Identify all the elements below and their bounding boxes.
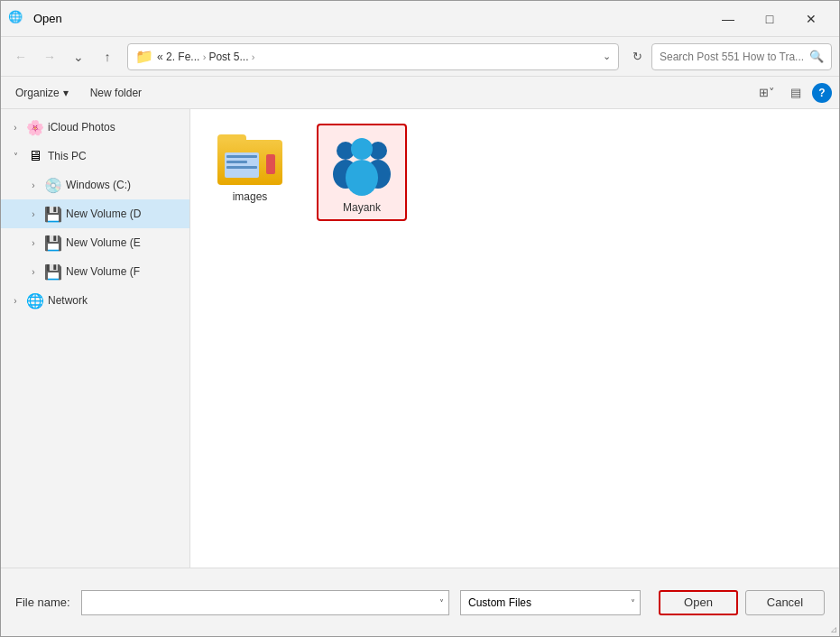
file-area: images Mayank (190, 109, 839, 568)
address-folder-icon: 📁 (135, 48, 153, 65)
new-folder-button[interactable]: New folder (83, 81, 149, 105)
filetype-wrap: Custom Files ˅ (460, 590, 641, 615)
organize-label: Organize (15, 87, 60, 99)
sub-toolbar: Organize ▾ New folder ⊞ ˅ ▤ ? (1, 77, 839, 109)
new-folder-label: New folder (90, 87, 142, 99)
sidebar-chevron-new-volume-d: › (26, 209, 41, 219)
view-dropdown-icon: ˅ (769, 86, 775, 99)
sidebar-item-new-volume-d[interactable]: › 💾 New Volume (D (1, 199, 189, 228)
file-label-mayank: Mayank (343, 201, 381, 214)
bottom-buttons: Open Cancel (659, 590, 825, 615)
sidebar-label-network: Network (48, 294, 182, 307)
address-bar: 📁 « 2. Fe... › Post 5... › ⌄ (127, 43, 619, 70)
preview-pane-button[interactable]: ▤ (783, 81, 808, 105)
view-mode-icon: ⊞ (759, 86, 769, 99)
sidebar-chevron-new-volume-e: › (26, 238, 41, 248)
svg-point-5 (346, 160, 378, 196)
sidebar: › 🌸 iCloud Photos ˅ 🖥 This PC › 💿 Window… (1, 109, 190, 568)
organize-button[interactable]: Organize ▾ (8, 81, 76, 105)
title-bar: 🌐 Open — □ ✕ (1, 1, 839, 37)
organize-chevron-icon: ▾ (63, 87, 69, 99)
navigation-toolbar: ← → ⌄ ↑ 📁 « 2. Fe... › Post 5... › ⌄ ↻ 🔍 (1, 37, 839, 77)
file-label-images: images (233, 190, 268, 203)
sidebar-label-new-volume-d: New Volume (D (66, 208, 182, 220)
sidebar-label-icloud-photos: iCloud Photos (48, 121, 182, 134)
filename-label: File name: (15, 595, 70, 609)
sidebar-label-windows-c: Windows (C:) (66, 179, 182, 191)
view-mode-button[interactable]: ⊞ ˅ (754, 81, 780, 105)
path-sep-2: › (252, 51, 255, 62)
filetype-select[interactable]: Custom Files (460, 590, 641, 615)
chrome-icon: 🌐 (8, 10, 26, 28)
nav-dropdown-button[interactable]: ⌄ (66, 44, 91, 69)
folder-icon-images (217, 131, 282, 185)
sidebar-chevron-network: › (8, 296, 23, 306)
view-controls: ⊞ ˅ ▤ ? (754, 81, 832, 105)
help-button[interactable]: ? (812, 83, 832, 103)
sidebar-item-network[interactable]: › 🌐 Network (1, 286, 189, 315)
open-dialog: 🌐 Open — □ ✕ ← → ⌄ ↑ 📁 « 2. Fe... › Post… (0, 0, 840, 637)
this-pc-icon: 🖥 (26, 148, 44, 164)
search-input[interactable] (660, 51, 806, 63)
network-icon: 🌐 (26, 292, 44, 309)
address-path: « 2. Fe... › Post 5... › (157, 51, 599, 63)
sidebar-item-windows-c[interactable]: › 💿 Windows (C:) (1, 171, 189, 199)
back-button[interactable]: ← (8, 44, 33, 69)
cancel-button[interactable]: Cancel (745, 590, 825, 615)
up-button[interactable]: ↑ (95, 44, 120, 69)
people-icon-mayank (329, 131, 394, 196)
file-item-images[interactable]: images (205, 124, 295, 210)
sidebar-label-new-volume-f: New Volume (F (66, 265, 182, 278)
title-bar-controls: — □ ✕ (707, 5, 832, 33)
sidebar-chevron-this-pc: ˅ (8, 152, 23, 162)
sidebar-chevron-new-volume-f: › (26, 267, 41, 277)
windows-c-icon: 💿 (44, 177, 62, 194)
filename-input-wrap: ˅ (81, 590, 449, 615)
path-part-2: Post 5... (208, 51, 248, 63)
path-part-1: « 2. Fe... (157, 51, 199, 63)
open-button[interactable]: Open (659, 590, 738, 615)
filename-input[interactable] (81, 590, 449, 615)
minimize-button[interactable]: — (707, 5, 749, 33)
maximize-button[interactable]: □ (749, 5, 790, 33)
sidebar-chevron-windows-c: › (26, 180, 41, 190)
svg-point-4 (351, 138, 373, 160)
forward-button[interactable]: → (37, 44, 62, 69)
preview-pane-icon: ▤ (790, 86, 801, 99)
sidebar-item-icloud-photos[interactable]: › 🌸 iCloud Photos (1, 113, 189, 142)
search-bar: 🔍 (651, 43, 832, 70)
sidebar-chevron-icloud-photos: › (8, 123, 23, 133)
new-volume-e-icon: 💾 (44, 235, 62, 252)
sidebar-item-new-volume-f[interactable]: › 💾 New Volume (F (1, 257, 189, 286)
main-content: › 🌸 iCloud Photos ˅ 🖥 This PC › 💿 Window… (1, 109, 839, 568)
close-button[interactable]: ✕ (790, 5, 832, 33)
address-dropdown-icon[interactable]: ⌄ (603, 51, 611, 62)
sidebar-item-this-pc[interactable]: ˅ 🖥 This PC (1, 142, 189, 171)
new-volume-d-icon: 💾 (44, 206, 62, 223)
sidebar-item-new-volume-e[interactable]: › 💾 New Volume (E (1, 228, 189, 257)
file-item-mayank[interactable]: Mayank (317, 124, 407, 221)
search-icon: 🔍 (809, 50, 824, 63)
new-volume-f-icon: 💾 (44, 263, 62, 281)
bottom-bar: File name: ˅ Custom Files ˅ Open Cancel (1, 568, 839, 636)
sidebar-label-this-pc: This PC (48, 150, 182, 162)
window-title: Open (33, 12, 707, 25)
sidebar-label-new-volume-e: New Volume (E (66, 236, 182, 249)
refresh-button[interactable]: ↻ (626, 46, 648, 68)
icloud-photos-icon: 🌸 (26, 119, 44, 136)
resize-handle[interactable]: ⊿ (830, 624, 837, 634)
